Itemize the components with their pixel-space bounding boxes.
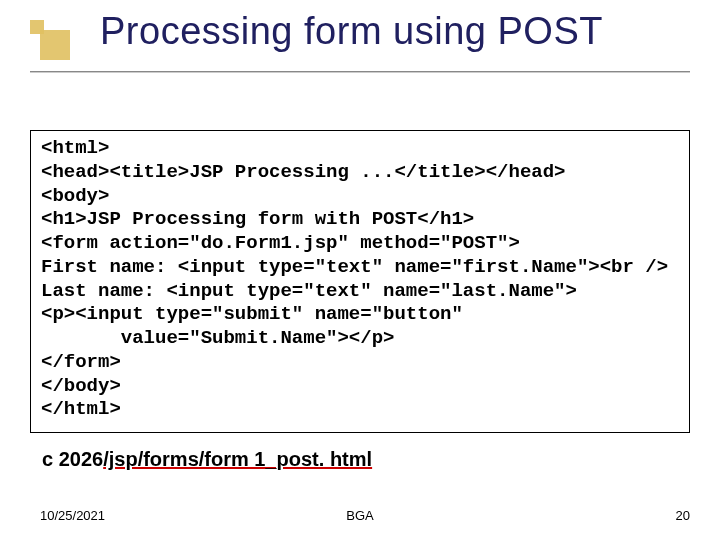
slide: Processing form using POST <html> <head>… — [0, 0, 720, 540]
file-path: c 2026/jsp/forms/form 1_post. html — [42, 448, 372, 471]
footer: 10/25/2021 BGA 20 — [0, 508, 720, 528]
title-underline — [30, 68, 690, 72]
title-bullet-decor — [24, 18, 68, 62]
code-box: <html> <head><title>JSP Processing ...</… — [30, 130, 690, 433]
code-content: <html> <head><title>JSP Processing ...</… — [41, 137, 679, 422]
slide-title: Processing form using POST — [100, 10, 603, 53]
decor-square-large — [40, 30, 70, 60]
footer-page-number: 20 — [676, 508, 690, 523]
footer-center: BGA — [0, 508, 720, 523]
path-prefix: c 2026 — [42, 448, 103, 470]
path-link: /jsp/forms/form 1_post. html — [103, 448, 372, 470]
